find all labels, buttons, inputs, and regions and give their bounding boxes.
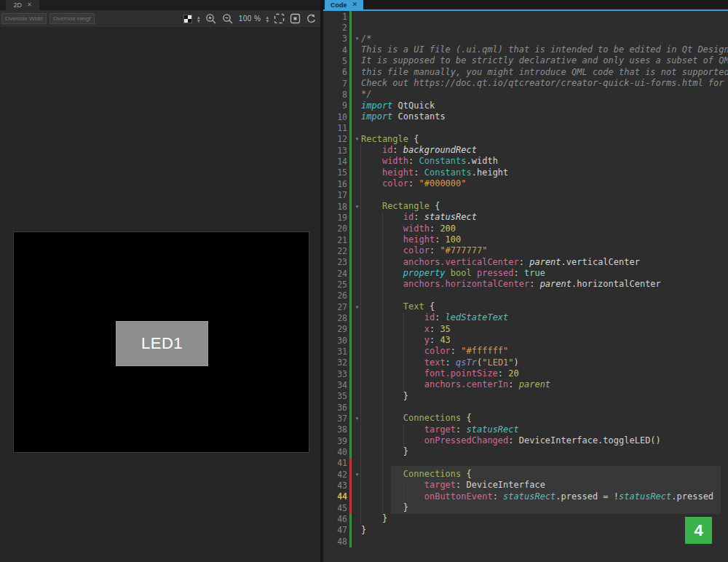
fold-marker-icon[interactable]: ▾ xyxy=(353,304,361,310)
code-line[interactable]: import Constants xyxy=(361,111,728,122)
code-line[interactable]: anchors.verticalCenter: parent.verticalC… xyxy=(361,257,728,268)
gutter-row[interactable]: 35 xyxy=(323,391,361,402)
code-line[interactable]: } xyxy=(361,391,728,402)
gutter-row[interactable]: 29 xyxy=(323,324,361,335)
zoom-level-value[interactable]: 100 % xyxy=(239,15,261,23)
fold-marker-icon[interactable]: ▾ xyxy=(353,204,361,210)
gutter-row[interactable]: 44 xyxy=(323,491,361,502)
code-line[interactable]: id: statusRect xyxy=(361,212,728,223)
code-line[interactable]: target: DeviceInterface xyxy=(361,480,728,491)
gutter-row[interactable]: 3▾ xyxy=(323,33,361,44)
code-line[interactable] xyxy=(361,190,728,201)
override-width-input[interactable] xyxy=(1,13,47,24)
led-status-rect[interactable]: LED1 xyxy=(116,321,208,366)
code-line[interactable]: height: Constants.height xyxy=(361,167,728,178)
gutter-row[interactable]: 31 xyxy=(323,346,361,357)
gutter-row[interactable]: 5 xyxy=(323,55,361,66)
gutter-row[interactable]: 4 xyxy=(323,44,361,55)
code-line[interactable] xyxy=(361,402,728,413)
gutter-row[interactable]: 28 xyxy=(323,312,361,323)
code-line[interactable]: y: 43 xyxy=(361,335,728,346)
code-line[interactable] xyxy=(361,22,728,33)
tab-2d[interactable]: 2D ✕ xyxy=(6,0,39,10)
code-line[interactable]: color: "#ffffff" xyxy=(361,346,728,357)
fit-selection-icon[interactable] xyxy=(274,12,285,25)
gutter-row[interactable]: 48 xyxy=(323,536,361,547)
gutter-row[interactable]: 15 xyxy=(323,167,361,178)
code-line[interactable]: Rectangle { xyxy=(361,134,728,145)
gutter-row[interactable]: 24 xyxy=(323,268,361,279)
code-line[interactable]: id: ledStateText xyxy=(361,312,728,323)
gutter-row[interactable]: 38 xyxy=(323,424,361,435)
code-line[interactable]: width: 200 xyxy=(361,223,728,234)
code-line[interactable]: import QtQuick xyxy=(361,100,728,111)
gutter-row[interactable]: 32 xyxy=(323,357,361,368)
code-line[interactable]: text: qsTr("LED1") xyxy=(361,357,728,368)
code-line[interactable]: } xyxy=(361,446,728,457)
code-line[interactable]: } xyxy=(361,513,728,524)
code-line[interactable]: x: 35 xyxy=(361,324,728,335)
code-line[interactable]: color: "#000000" xyxy=(361,178,728,189)
code-line[interactable]: anchors.centerIn: parent xyxy=(361,379,728,390)
code-line[interactable]: /* xyxy=(361,33,728,44)
code-line[interactable]: this file manually, you might introduce … xyxy=(361,67,728,78)
gutter-row[interactable]: 46 xyxy=(323,513,361,524)
gutter-row[interactable]: 30 xyxy=(323,335,361,346)
gutter-row[interactable]: 14 xyxy=(323,156,361,167)
gutter-row[interactable]: 43 xyxy=(323,480,361,491)
zoom-to-fit-icon[interactable] xyxy=(290,12,301,25)
code-line[interactable]: Connections { xyxy=(361,413,728,424)
gutter-row[interactable]: 27▾ xyxy=(323,301,361,312)
code-line[interactable]: height: 100 xyxy=(361,234,728,245)
gutter-row[interactable]: 10 xyxy=(323,111,361,122)
gutter-row[interactable]: 42▾ xyxy=(323,469,361,480)
code-line[interactable]: } xyxy=(361,525,728,536)
gutter-row[interactable]: 23 xyxy=(323,257,361,268)
gutter[interactable]: 123▾456789101112▾131415161718▾1920212223… xyxy=(323,11,361,547)
code-line[interactable]: id: backgroundRect xyxy=(361,145,728,156)
gutter-row[interactable]: 12▾ xyxy=(323,134,361,145)
fold-marker-icon[interactable]: ▾ xyxy=(353,136,361,142)
zoom-in-icon[interactable] xyxy=(205,12,217,25)
gutter-row[interactable]: 41 xyxy=(323,458,361,469)
override-height-input[interactable] xyxy=(50,13,95,24)
code-line[interactable]: Check out https://doc.qt.io/qtcreator/cr… xyxy=(361,78,728,89)
code-line[interactable]: anchors.horizontalCenter: parent.horizon… xyxy=(361,279,728,290)
code-line[interactable]: Rectangle { xyxy=(361,201,728,212)
zoom-out-icon[interactable] xyxy=(222,12,234,25)
gutter-row[interactable]: 18▾ xyxy=(323,201,361,212)
code-line[interactable]: */ xyxy=(361,89,728,100)
gutter-row[interactable]: 2 xyxy=(323,22,361,33)
code-line[interactable]: } xyxy=(361,502,728,513)
code-line[interactable] xyxy=(361,11,728,22)
code-line[interactable]: property bool pressed: true xyxy=(361,268,728,279)
code-line[interactable]: target: statusRect xyxy=(361,424,728,435)
gutter-row[interactable]: 1 xyxy=(323,11,361,22)
fold-marker-icon[interactable]: ▾ xyxy=(353,36,361,41)
gutter-row[interactable]: 11 xyxy=(323,122,361,133)
gutter-row[interactable]: 33 xyxy=(323,368,361,379)
gutter-row[interactable]: 20 xyxy=(323,223,361,234)
gutter-row[interactable]: 45 xyxy=(323,502,361,513)
gutter-row[interactable]: 13 xyxy=(323,145,361,156)
gutter-row[interactable]: 17 xyxy=(323,190,361,201)
code-line[interactable] xyxy=(361,122,728,133)
gutter-row[interactable]: 19 xyxy=(323,212,361,223)
code-line[interactable]: width: Constants.width xyxy=(361,156,728,167)
zoom-stepper-icon[interactable]: ▴▾ xyxy=(266,15,269,23)
fold-marker-icon[interactable]: ▾ xyxy=(353,472,361,478)
gutter-row[interactable]: 22 xyxy=(323,245,361,256)
code-line[interactable]: onButtonEvent: statusRect.pressed = !sta… xyxy=(361,491,728,502)
fold-marker-icon[interactable]: ▾ xyxy=(353,416,361,422)
gutter-row[interactable]: 26 xyxy=(323,290,361,301)
gutter-row[interactable]: 7 xyxy=(323,78,361,89)
gutter-row[interactable]: 16 xyxy=(323,178,361,189)
code-line[interactable] xyxy=(361,290,728,301)
gutter-row[interactable]: 8 xyxy=(323,89,361,100)
code-line[interactable]: It is supposed to be strictly declarativ… xyxy=(361,55,728,66)
code-line[interactable] xyxy=(361,536,728,547)
code-line[interactable]: This is a UI file (.ui.qml) that is inte… xyxy=(361,44,728,55)
gutter-row[interactable]: 47 xyxy=(323,525,361,536)
code-line[interactable]: onPressedChanged: DeviceInterface.toggle… xyxy=(361,435,728,446)
qml-preview-canvas[interactable]: LED1 xyxy=(13,231,309,453)
